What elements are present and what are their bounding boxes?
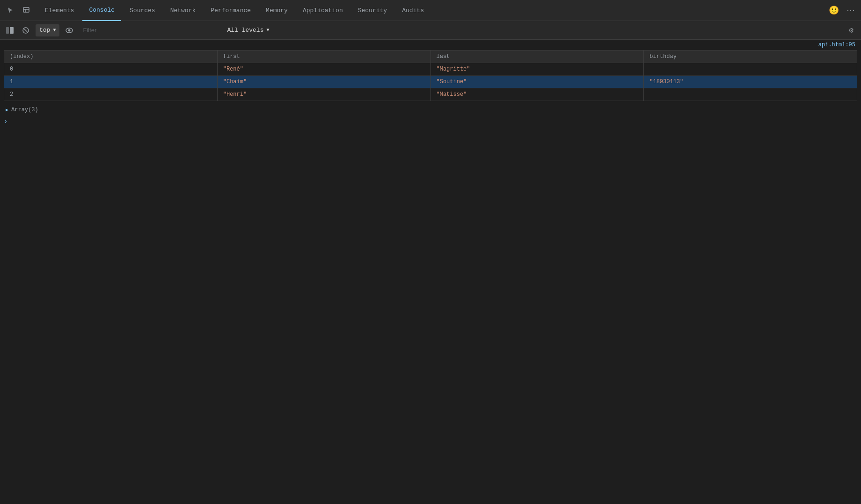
svg-rect-3 <box>6 27 9 34</box>
clear-console-button[interactable] <box>20 24 32 36</box>
tab-elements[interactable]: Elements <box>38 0 80 21</box>
table-row[interactable]: 0 "René" "Magritte" <box>4 63 857 76</box>
cell-index-0: 0 <box>4 63 218 76</box>
col-header-last: last <box>430 50 644 63</box>
tab-sources[interactable]: Sources <box>123 0 162 21</box>
emoji-icon[interactable]: 🙂 <box>827 4 840 17</box>
chevron-down-icon: ▼ <box>53 28 56 33</box>
tab-bar: Elements Console Sources Network Perform… <box>0 0 861 21</box>
console-table: (index) first last birthday 0 "René" "Ma… <box>4 50 857 101</box>
svg-point-8 <box>68 29 71 31</box>
console-content: api.html:95 (index) first last birthday … <box>0 40 861 128</box>
tab-application[interactable]: Application <box>296 0 350 21</box>
tab-performance[interactable]: Performance <box>204 0 257 21</box>
col-header-index: (index) <box>4 50 218 63</box>
settings-icon[interactable]: ⚙ <box>845 24 857 36</box>
cell-birthday-2 <box>644 88 857 101</box>
sidebar-toggle-button[interactable] <box>4 24 16 36</box>
source-link[interactable]: api.html:95 <box>0 40 861 50</box>
tab-security[interactable]: Security <box>351 0 394 21</box>
console-prompt-icon: › <box>4 118 7 125</box>
cell-birthday-0 <box>644 63 857 76</box>
cell-last-0: "Magritte" <box>430 63 644 76</box>
col-header-first: first <box>217 50 430 63</box>
more-options-icon[interactable]: ⋯ <box>844 4 857 17</box>
tab-network[interactable]: Network <box>164 0 203 21</box>
inspect-icon[interactable] <box>20 4 33 17</box>
svg-line-6 <box>24 29 27 32</box>
cell-first-1: "Chaim" <box>217 76 430 88</box>
svg-rect-0 <box>23 7 29 12</box>
cell-index-1: 1 <box>4 76 218 88</box>
cell-last-2: "Matisse" <box>430 88 644 101</box>
svg-rect-4 <box>10 27 14 34</box>
cursor-icon[interactable] <box>4 4 17 17</box>
eye-icon[interactable] <box>63 24 75 36</box>
table-row[interactable]: 1 "Chaim" "Soutine" "18930113" <box>4 76 857 88</box>
chevron-down-icon: ▼ <box>266 28 269 33</box>
expand-arrow-icon: ▶ <box>6 107 8 113</box>
cell-first-2: "Henri" <box>217 88 430 101</box>
cell-last-1: "Soutine" <box>430 76 644 88</box>
table-header-row: (index) first last birthday <box>4 50 857 63</box>
console-input-row: › <box>0 115 861 128</box>
tab-bar-right: 🙂 ⋯ <box>827 4 857 17</box>
col-header-birthday: birthday <box>644 50 857 63</box>
cell-first-0: "René" <box>217 63 430 76</box>
context-select[interactable]: top ▼ <box>36 24 59 36</box>
levels-dropdown[interactable]: All levels ▼ <box>223 25 273 35</box>
console-toolbar: top ▼ All levels ▼ ⚙ <box>0 21 861 40</box>
tab-console[interactable]: Console <box>82 0 121 21</box>
filter-input[interactable] <box>79 25 219 35</box>
tab-memory[interactable]: Memory <box>259 0 294 21</box>
tab-bar-icons <box>4 4 33 17</box>
cell-birthday-1: "18930113" <box>644 76 857 88</box>
table-row[interactable]: 2 "Henri" "Matisse" <box>4 88 857 101</box>
array-summary[interactable]: ▶ Array(3) <box>0 105 861 115</box>
cell-index-2: 2 <box>4 88 218 101</box>
tab-audits[interactable]: Audits <box>395 0 430 21</box>
toolbar-right: ⚙ <box>845 24 857 36</box>
